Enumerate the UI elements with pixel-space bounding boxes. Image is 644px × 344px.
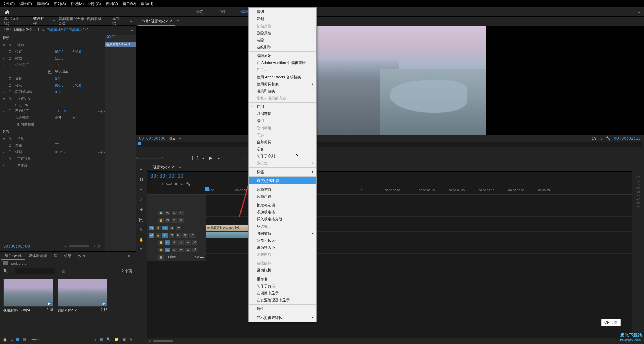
context-menu-item[interactable]: 显示剪辑关键帧 xyxy=(249,314,316,321)
track-target-a2[interactable]: A2 xyxy=(165,240,170,245)
fx-antiflicker-value[interactable]: 0.00 xyxy=(55,90,70,94)
icon-view-icon[interactable]: ▦ xyxy=(16,337,19,342)
delete-icon[interactable]: 🗑 xyxy=(129,338,133,342)
track-lock-icon[interactable]: 🔒 xyxy=(158,240,164,245)
context-menu-item[interactable]: 重命名... xyxy=(249,276,316,283)
export-icon[interactable]: ⇱ xyxy=(98,244,101,249)
razor-tool-icon[interactable]: ⤢ xyxy=(137,195,145,203)
timeline-timecode[interactable]: 00:00:00:00 xyxy=(150,173,183,179)
track-target-a1[interactable]: A1 xyxy=(162,233,168,238)
timeline-sequence-tab[interactable]: 视频素材2~2 xyxy=(150,163,177,171)
wrench-icon[interactable]: 🔧 xyxy=(606,136,611,141)
uniform-scale-checkbox[interactable] xyxy=(48,70,52,74)
context-menu-item[interactable]: 复制 xyxy=(249,15,316,22)
track-v2[interactable]: 🔒V2⊟👁 xyxy=(147,217,632,224)
ellipse-mask-icon[interactable]: ○ xyxy=(15,103,17,107)
context-menu-item[interactable]: 启用 xyxy=(249,103,316,110)
context-menu-item[interactable]: 编组 xyxy=(249,117,316,125)
context-menu-item[interactable]: 清除 xyxy=(249,37,316,44)
tab-more[interactable]: » xyxy=(127,18,136,24)
settings-icon[interactable]: ↯ xyxy=(180,182,183,186)
fit-dropdown[interactable]: 适合 xyxy=(169,136,175,141)
tab-more-icon[interactable]: » xyxy=(125,252,133,259)
fx-blend-value[interactable]: 正常 xyxy=(55,115,70,120)
track-target-v1[interactable]: V1 xyxy=(162,226,168,230)
track-visibility-icon[interactable]: ⊟ xyxy=(172,211,177,215)
track-target-v3[interactable]: V3 xyxy=(165,211,170,215)
timeline-ruler[interactable]: :00:00 00:00:00:15 00:00:01 15 00:00:03:… xyxy=(147,187,632,195)
auto-sequence-icon[interactable]: ▦ xyxy=(100,337,103,342)
step-forward-icon[interactable]: |▸ xyxy=(216,156,219,160)
context-menu-item[interactable]: 帧定格选项... xyxy=(249,202,316,209)
menu-clip[interactable]: 剪辑(C) xyxy=(37,1,49,6)
track-v3[interactable]: 🔒V3⊟👁 xyxy=(147,209,632,217)
marker-icon[interactable]: ◆ xyxy=(175,182,177,186)
zoom-slider-icon[interactable]: ○━━○ xyxy=(30,337,39,342)
find-icon[interactable]: 🔍 xyxy=(106,337,111,342)
context-menu-item[interactable]: 在资源管理器中显示... xyxy=(249,297,316,304)
track-visibility-icon[interactable]: ⊟ xyxy=(169,233,174,238)
tab-program[interactable]: 节目: 视频素材2~2 xyxy=(138,17,175,25)
type-tool-icon[interactable]: T xyxy=(137,246,145,254)
tab-media-browser[interactable]: 媒体浏览器 xyxy=(25,252,50,260)
context-menu-item[interactable]: 插入帧定格分段 xyxy=(249,216,316,223)
pen-tool-icon[interactable]: [+] xyxy=(137,215,145,224)
add-button-icon[interactable]: + xyxy=(642,156,644,160)
context-menu-item[interactable]: 合并剪辑... xyxy=(249,139,316,146)
track-target-a3[interactable]: A3 xyxy=(165,248,170,252)
track-a1[interactable]: A1🔒A1⊟MS🎤 xyxy=(147,232,632,239)
selection-tool-icon[interactable]: ▸ xyxy=(137,165,145,173)
context-menu-item[interactable]: 设为脱机... xyxy=(249,267,316,274)
wrench-icon[interactable]: 🔧 xyxy=(186,182,191,186)
new-bin-icon[interactable]: 📁 xyxy=(114,337,119,342)
context-menu-item[interactable]: 使用 After Effects 合成替换 xyxy=(249,73,316,81)
stopwatch-icon[interactable]: Ö xyxy=(9,50,13,54)
playhead-indicator[interactable] xyxy=(138,142,141,145)
resolution-dropdown[interactable]: 1/2 xyxy=(592,137,597,140)
tab-menu-icon[interactable]: ≡ xyxy=(179,165,181,169)
program-timecode-left[interactable]: 00:00:00:00 xyxy=(139,136,165,141)
menu-edit[interactable]: 编辑(E) xyxy=(19,1,32,6)
snap-icon[interactable]: ⊓ xyxy=(160,182,163,186)
voice-over-icon[interactable]: 🎤 xyxy=(189,233,195,238)
ripple-tool-icon[interactable]: ✂ xyxy=(137,185,145,193)
context-menu-item[interactable]: 制作子序列 xyxy=(249,153,316,160)
insert-mode-icon[interactable]: ⋮⋮ xyxy=(150,182,158,186)
stopwatch-icon[interactable]: Ö xyxy=(9,77,13,81)
context-menu-item[interactable]: 时间插值 xyxy=(249,230,316,237)
zoom-icon[interactable]: ○ xyxy=(93,244,95,248)
source-patch-a1[interactable]: A1 xyxy=(149,233,154,238)
context-menu-item[interactable]: 添加帧定格 xyxy=(249,209,316,216)
mark-out-icon[interactable]: } xyxy=(197,156,198,160)
linked-selection-icon[interactable]: ⊂⊃ xyxy=(166,182,172,186)
source-patch-v1[interactable]: V1 xyxy=(149,226,154,230)
track-v1[interactable]: V1🔒V1⊟👁 fx 视频素材2~2.mp4 [V] xyxy=(147,224,632,232)
keyframe-nav[interactable]: ◂ ◆ ▸ xyxy=(98,109,106,113)
menu-window[interactable]: 窗口(W) xyxy=(123,1,136,6)
track-select-tool-icon[interactable]: ▮▮ xyxy=(137,175,145,183)
track-lock-icon[interactable]: 🔒 xyxy=(156,233,161,238)
context-menu-item[interactable]: 嵌套... xyxy=(249,146,316,153)
tab-effects[interactable]: 效果 xyxy=(75,252,89,260)
project-search-input[interactable] xyxy=(15,268,55,274)
workspace-assembly[interactable]: 组件 xyxy=(216,8,228,16)
context-menu-item[interactable]: 属性 xyxy=(249,305,316,312)
mute-button[interactable]: M xyxy=(176,233,181,238)
project-thumbnail[interactable]: ▮▸ xyxy=(58,279,107,307)
scroll-left-icon[interactable]: ○ xyxy=(64,244,66,248)
fx-opacity-value[interactable]: 100.0 % xyxy=(55,109,70,113)
fx-scale-value[interactable]: 115.0 xyxy=(55,57,70,60)
track-visibility-icon[interactable]: ⊟ xyxy=(172,248,177,252)
stopwatch-icon[interactable]: Ö xyxy=(9,150,13,154)
track-output-icon[interactable]: 👁 xyxy=(176,226,181,230)
context-menu-item[interactable]: 取消链接 xyxy=(249,110,316,117)
go-end-icon[interactable]: →| xyxy=(224,156,229,160)
track-lock-icon[interactable]: 🔒 xyxy=(158,218,164,223)
context-menu-item[interactable]: 波纹删除 xyxy=(249,44,316,51)
lift-icon[interactable]: ⬚ xyxy=(244,156,247,160)
context-menu-item[interactable]: 标签 xyxy=(249,168,316,176)
list-view-icon[interactable]: ≡ xyxy=(11,338,13,342)
project-item[interactable]: ▮▸ 视频素材2~22:18 xyxy=(58,279,107,313)
solo-button[interactable]: S xyxy=(185,240,191,245)
track-visibility-icon[interactable]: ⊟ xyxy=(169,226,174,230)
